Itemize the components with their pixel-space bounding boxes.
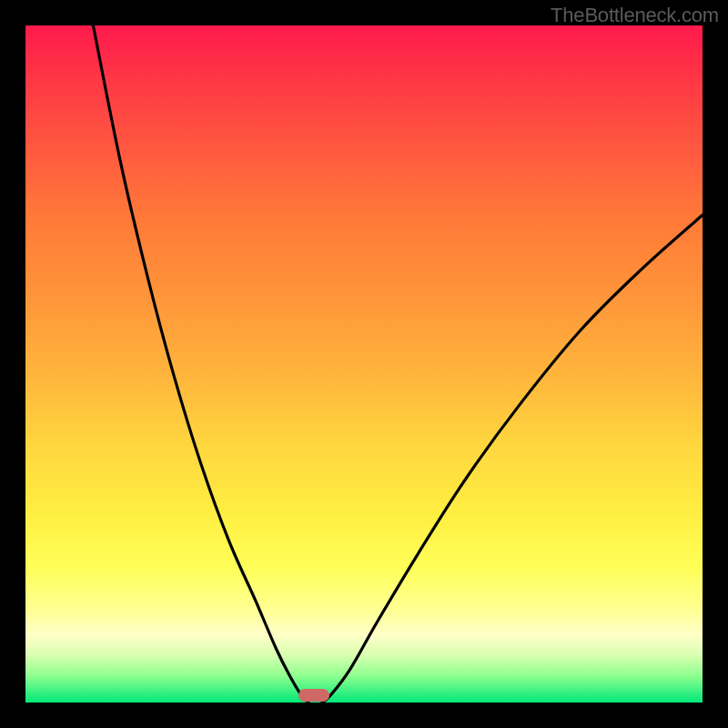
attribution-text: TheBottleneck.com [551,4,719,27]
chart-plot-area [25,25,703,703]
bottleneck-curve [25,25,703,703]
optimal-marker [298,689,329,702]
